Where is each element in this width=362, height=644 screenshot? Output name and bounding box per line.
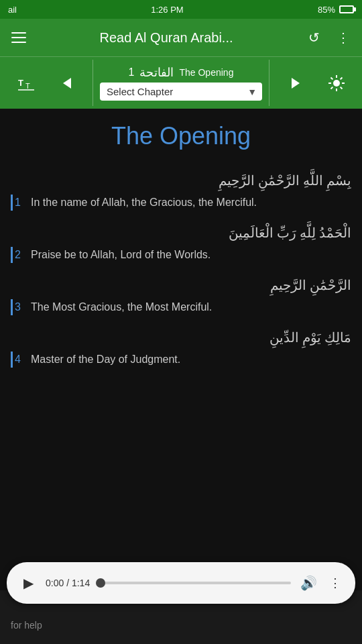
verse-1: بِسْمِ اللَّهِ الرَّحْمَٰنِ الرَّحِيمِ 1… — [11, 170, 351, 211]
volume-button[interactable]: 🔊 — [298, 572, 319, 594]
app-title: Read Al Quran Arabi... — [38, 30, 295, 46]
verse-3-num: 3 — [15, 299, 27, 315]
progress-bar[interactable] — [97, 582, 291, 584]
chapter-select-wrapper[interactable]: Select Chapter 1. Al-Fatihah - The Openi… — [100, 83, 262, 101]
menu-button[interactable] — [7, 25, 31, 50]
nav-bar: Read Al Quran Arabi... ↺ ⋮ — [0, 19, 362, 56]
verse-3-text: The Most Gracious, the Most Merciful. — [31, 299, 351, 315]
verse-4: مَالِكِ يَوْمِ الدِّينِ 4 Master of the … — [11, 327, 351, 368]
toolbar-left: T T — [0, 70, 93, 96]
verse-3-arabic: الرَّحْمَٰنِ الرَّحِيمِ — [11, 275, 351, 295]
chapter-select[interactable]: Select Chapter 1. Al-Fatihah - The Openi… — [100, 83, 262, 101]
verse-1-num: 1 — [15, 195, 27, 211]
time-separator: / — [66, 578, 72, 588]
status-bar: ail 1:26 PM 85% — [0, 0, 362, 19]
verse-1-translation-wrapper: 1 In the name of Allah, the Gracious, th… — [11, 195, 351, 211]
progress-thumb[interactable] — [96, 578, 105, 588]
signal-icon: ail — [8, 5, 17, 15]
battery-icon — [339, 5, 354, 13]
play-button[interactable]: ▶ — [17, 572, 39, 594]
more-options-button[interactable]: ⋮ — [331, 25, 355, 50]
bottom-hint: for help — [11, 620, 42, 631]
verse-4-num: 4 — [15, 352, 27, 368]
toolbar-right — [269, 70, 362, 96]
audio-more-button[interactable]: ⋮ — [326, 574, 345, 592]
audio-player: ▶ 0:00 / 1:14 🔊 ⋮ — [7, 562, 355, 604]
svg-text:T: T — [18, 78, 23, 88]
svg-point-5 — [333, 80, 340, 87]
font-size-button[interactable]: T T — [13, 70, 39, 96]
verse-1-text: In the name of Allah, the Gracious, the … — [31, 195, 351, 211]
verse-2: الْحَمْدُ لِلَّهِ رَبِّ الْعَالَمِينَ 2 … — [11, 223, 351, 263]
verse-4-arabic: مَالِكِ يَوْمِ الدِّينِ — [11, 327, 351, 347]
total-time: 1:14 — [72, 578, 90, 588]
verse-3-translation: 3 The Most Gracious, the Most Merciful. — [15, 299, 351, 315]
verse-accent — [11, 352, 13, 368]
chapter-number: 1 — [129, 66, 135, 78]
refresh-button[interactable]: ↺ — [302, 25, 326, 50]
battery-area: 85% — [318, 5, 354, 15]
verse-2-num: 2 — [15, 247, 27, 263]
time-display: 0:00 / 1:14 — [46, 578, 90, 588]
verse-2-text: Praise be to Allah, Lord of the Worlds. — [31, 247, 351, 263]
current-time: 0:00 — [46, 578, 64, 588]
surah-title: The Opening — [11, 122, 351, 150]
verse-3-translation-wrapper: 3 The Most Gracious, the Most Merciful. — [11, 299, 351, 315]
verse-1-translation: 1 In the name of Allah, the Gracious, th… — [15, 195, 351, 211]
verse-4-translation: 4 Master of the Day of Judgment. — [15, 352, 351, 368]
verse-4-text: Master of the Day of Judgment. — [31, 352, 351, 368]
prev-chapter-button[interactable] — [54, 70, 80, 96]
svg-line-13 — [330, 87, 333, 89]
next-chapter-button[interactable] — [283, 70, 308, 96]
signal-area: ail — [8, 5, 17, 15]
chapter-header: 1 الفاتحة The Opening — [129, 65, 234, 80]
main-content: The Opening بِسْمِ اللَّهِ الرَّحْمَٰنِ … — [0, 109, 362, 590]
svg-marker-3 — [63, 78, 71, 89]
svg-line-10 — [330, 77, 333, 79]
verse-4-translation-wrapper: 4 Master of the Day of Judgment. — [11, 352, 351, 368]
chapter-english-name: The Opening — [179, 67, 233, 78]
verse-3: الرَّحْمَٰنِ الرَّحِيمِ 3 The Most Graci… — [11, 275, 351, 315]
toolbar: T T 1 الفاتحة The Opening Select Chapter… — [0, 56, 362, 109]
verse-accent — [11, 195, 13, 211]
verse-accent — [11, 299, 13, 315]
verse-2-translation-wrapper: 2 Praise be to Allah, Lord of the Worlds… — [11, 247, 351, 263]
brightness-button[interactable] — [324, 70, 349, 96]
svg-text:T: T — [25, 82, 30, 90]
verse-1-arabic: بِسْمِ اللَّهِ الرَّحْمَٰنِ الرَّحِيمِ — [11, 170, 351, 191]
svg-marker-4 — [292, 78, 300, 89]
time-display: 1:26 PM — [151, 5, 183, 15]
chapter-info: 1 الفاتحة The Opening Select Chapter 1. … — [93, 60, 269, 106]
battery-percent: 85% — [318, 5, 335, 15]
verse-accent — [11, 247, 13, 263]
nav-actions: ↺ ⋮ — [302, 25, 355, 50]
svg-line-12 — [340, 77, 342, 79]
verse-2-arabic: الْحَمْدُ لِلَّهِ رَبِّ الْعَالَمِينَ — [11, 223, 351, 243]
svg-line-11 — [340, 87, 342, 89]
verse-2-translation: 2 Praise be to Allah, Lord of the Worlds… — [15, 247, 351, 263]
chapter-arabic: الفاتحة — [139, 65, 174, 80]
